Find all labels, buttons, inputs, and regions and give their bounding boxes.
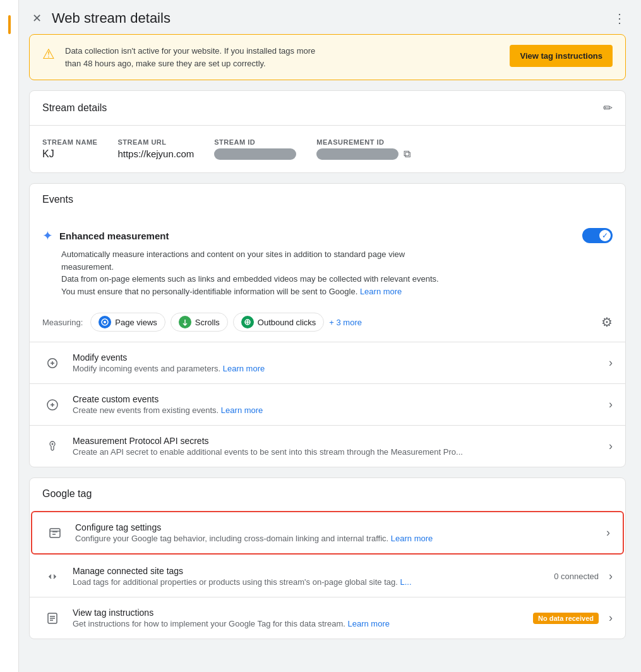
events-section-title: Events bbox=[42, 194, 73, 205]
stream-details-card: Stream details ✏ STREAM NAME KJ STREAM U… bbox=[29, 90, 626, 173]
create-custom-events-icon bbox=[42, 395, 63, 415]
measurement-protocol-icon bbox=[42, 436, 63, 457]
measurement-protocol-item[interactable]: Measurement Protocol API secrets Create … bbox=[30, 426, 625, 467]
view-tag-instructions-item[interactable]: View tag instructions Get instructions f… bbox=[30, 597, 625, 639]
measurement-protocol-title: Measurement Protocol API secrets bbox=[73, 436, 599, 446]
measurement-id-with-copy: ⧉ bbox=[316, 148, 410, 160]
manage-connected-tags-icon bbox=[42, 567, 63, 587]
manage-connected-tags-learn-more[interactable]: L... bbox=[400, 577, 411, 587]
manage-connected-tags-content: Manage connected site tags Load tags for… bbox=[73, 566, 544, 587]
create-custom-events-desc: Create new events from existing events. … bbox=[73, 405, 599, 415]
manage-connected-tags-chevron: › bbox=[609, 570, 613, 583]
stream-url-label: STREAM URL bbox=[117, 138, 194, 146]
em-description: Automatically measure interactions and c… bbox=[61, 248, 613, 297]
page-views-chip-icon bbox=[99, 316, 111, 328]
view-tag-instructions-button[interactable]: View tag instructions bbox=[510, 45, 613, 67]
top-header-left: ✕ Web stream details bbox=[29, 10, 171, 27]
stream-name-label: STREAM NAME bbox=[42, 138, 97, 146]
measurement-protocol-chevron: › bbox=[609, 440, 613, 453]
create-custom-events-title: Create custom events bbox=[73, 394, 599, 404]
view-tag-instructions-learn-more[interactable]: Learn more bbox=[347, 619, 389, 628]
measuring-settings-icon[interactable]: ⚙ bbox=[601, 315, 613, 330]
outbound-clicks-chip[interactable]: Outbound clicks bbox=[233, 313, 325, 332]
page-title: Web stream details bbox=[52, 10, 171, 27]
stream-url-field: STREAM URL https://kejyun.com bbox=[117, 138, 194, 159]
modify-events-content: Modify events Modify incoming events and… bbox=[73, 352, 599, 373]
stream-name-value: KJ bbox=[42, 148, 97, 160]
stream-id-field: STREAM ID bbox=[214, 138, 296, 160]
configure-tag-title: Configure tag settings bbox=[75, 522, 596, 532]
measuring-row: Measuring: Page views bbox=[42, 303, 613, 342]
create-custom-events-learn-more[interactable]: Learn more bbox=[221, 405, 263, 415]
scrolls-chip[interactable]: Scrolls bbox=[171, 313, 228, 332]
configure-tag-item[interactable]: Configure tag settings Configure your Go… bbox=[31, 511, 624, 555]
modify-events-learn-more[interactable]: Learn more bbox=[223, 364, 265, 373]
manage-connected-tags-item[interactable]: Manage connected site tags Load tags for… bbox=[30, 556, 625, 597]
page-views-chip[interactable]: Page views bbox=[90, 313, 165, 332]
em-title: Enhanced measurement bbox=[59, 231, 169, 241]
warning-banner: ⚠ Data collection isn't active for your … bbox=[29, 34, 626, 80]
view-tag-instructions-chevron: › bbox=[609, 611, 613, 625]
google-tag-card: Google tag Configure tag settings Config… bbox=[29, 477, 626, 639]
more-menu-button[interactable]: ⋮ bbox=[613, 11, 626, 26]
outbound-clicks-chip-label: Outbound clicks bbox=[258, 318, 316, 327]
close-button[interactable]: ✕ bbox=[29, 11, 44, 26]
sidebar-strip bbox=[0, 0, 19, 672]
measurement-id-field: MEASUREMENT ID ⧉ bbox=[316, 138, 410, 160]
modify-events-item[interactable]: Modify events Modify incoming events and… bbox=[30, 342, 625, 384]
page-views-chip-label: Page views bbox=[115, 318, 157, 327]
svg-point-6 bbox=[52, 443, 54, 445]
measurement-id-label: MEASUREMENT ID bbox=[316, 138, 410, 146]
events-card: Events ✦ Enhanced measurement ✓ bbox=[29, 183, 626, 467]
create-custom-events-chevron: › bbox=[609, 398, 613, 411]
enhanced-measurement-section: ✦ Enhanced measurement ✓ bbox=[30, 215, 625, 342]
more-chips-link[interactable]: + 3 more bbox=[329, 318, 362, 327]
svg-rect-7 bbox=[50, 529, 60, 537]
warning-text: Data collection isn't active for your we… bbox=[65, 45, 500, 69]
configure-tag-desc: Configure your Google tag behavior, incl… bbox=[75, 534, 596, 543]
main-panel: ✕ Web stream details ⋮ ⚠ Data collection… bbox=[19, 0, 641, 672]
create-custom-events-item[interactable]: Create custom events Create new events f… bbox=[30, 384, 625, 426]
google-tag-title: Google tag bbox=[42, 488, 92, 500]
outbound-clicks-chip-icon bbox=[241, 316, 254, 328]
stream-id-value bbox=[214, 148, 296, 160]
modify-events-title: Modify events bbox=[73, 352, 599, 363]
manage-connected-tags-desc: Load tags for additional properties or p… bbox=[73, 577, 544, 587]
modify-events-desc: Modify incoming events and parameters. L… bbox=[73, 364, 599, 373]
connected-count: 0 connected bbox=[554, 572, 599, 581]
no-data-received-badge: No data received bbox=[533, 613, 599, 624]
content-area: ⚠ Data collection isn't active for your … bbox=[19, 34, 641, 654]
stream-details-header: Stream details ✏ bbox=[30, 91, 625, 126]
manage-connected-tags-title: Manage connected site tags bbox=[73, 566, 544, 576]
measurement-id-value bbox=[316, 148, 398, 160]
svg-point-1 bbox=[104, 321, 106, 323]
copy-icon[interactable]: ⧉ bbox=[404, 148, 410, 160]
configure-tag-chevron: › bbox=[606, 526, 610, 539]
stream-name-field: STREAM NAME KJ bbox=[42, 138, 97, 160]
stream-url-value: https://kejyun.com bbox=[117, 148, 194, 159]
em-title-row: ✦ Enhanced measurement bbox=[42, 228, 169, 243]
google-tag-header: Google tag bbox=[30, 478, 625, 510]
configure-tag-learn-more[interactable]: Learn more bbox=[391, 534, 433, 543]
measuring-label: Measuring: bbox=[42, 318, 83, 327]
view-tag-instructions-title: View tag instructions bbox=[73, 608, 523, 618]
scrolls-chip-icon bbox=[179, 316, 191, 328]
modify-events-icon bbox=[42, 353, 63, 373]
stream-id-label: STREAM ID bbox=[214, 138, 296, 146]
configure-tag-content: Configure tag settings Configure your Go… bbox=[75, 522, 596, 543]
view-tag-instructions-desc: Get instructions for how to implement yo… bbox=[73, 619, 523, 628]
sparkles-icon: ✦ bbox=[42, 228, 53, 243]
warning-icon: ⚠ bbox=[42, 46, 55, 63]
view-tag-instructions-icon bbox=[42, 608, 63, 628]
enhanced-measurement-toggle[interactable]: ✓ bbox=[582, 228, 613, 243]
edit-icon[interactable]: ✏ bbox=[603, 101, 613, 115]
modify-events-chevron: › bbox=[609, 356, 613, 369]
toggle-check-icon: ✓ bbox=[602, 231, 608, 240]
configure-tag-icon bbox=[45, 523, 65, 543]
scrolls-chip-label: Scrolls bbox=[195, 318, 220, 327]
events-card-header: Events bbox=[30, 184, 625, 215]
measurement-protocol-desc: Create an API secret to enable additiona… bbox=[73, 447, 599, 457]
view-tag-instructions-content: View tag instructions Get instructions f… bbox=[73, 608, 523, 628]
stream-details-title: Stream details bbox=[42, 102, 107, 114]
enhanced-learn-more-link[interactable]: Learn more bbox=[360, 287, 402, 296]
